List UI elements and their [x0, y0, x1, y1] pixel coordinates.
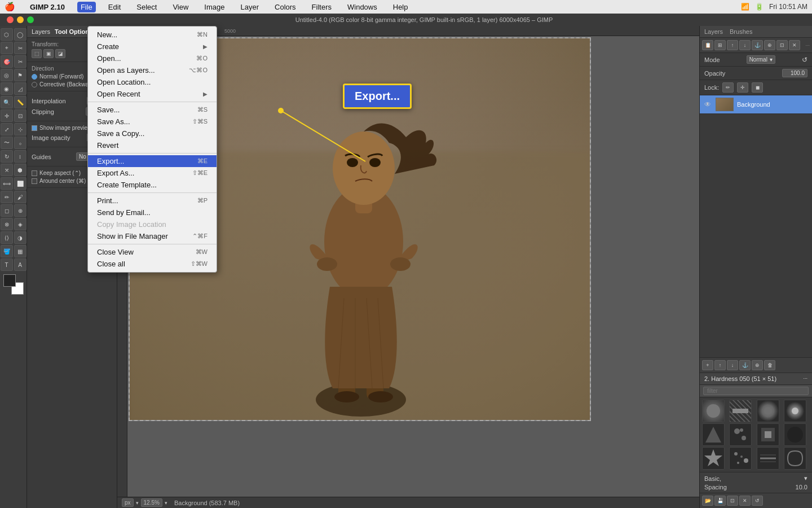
- tool-transform[interactable]: ⤢: [1, 123, 13, 135]
- tool-foreground-select[interactable]: ◎: [1, 69, 13, 81]
- tool-scale[interactable]: ↕: [14, 150, 27, 163]
- zoom-value[interactable]: 12.5%: [141, 498, 162, 507]
- menu-export-as[interactable]: Export As... ⇧⌘E: [88, 167, 217, 179]
- raise-layer-bottom-btn[interactable]: ↑: [714, 360, 726, 370]
- opacity-input[interactable]: 100.0: [782, 69, 807, 77]
- brush-cell-1[interactable]: [702, 400, 725, 422]
- apple-menu[interactable]: 🍎: [5, 2, 15, 12]
- lower-layer-btn[interactable]: ↓: [739, 40, 751, 50]
- lock-pixels-btn[interactable]: ✏: [722, 82, 734, 93]
- delete-layer-btn[interactable]: ✕: [789, 40, 800, 50]
- tool-options-tab[interactable]: Tool Options: [55, 28, 92, 35]
- foreground-color-swatch[interactable]: [3, 274, 16, 287]
- brush-cell-3[interactable]: [757, 400, 779, 422]
- tool-paint-select[interactable]: ◉: [1, 82, 13, 95]
- brushes-tab-header[interactable]: Brushes: [730, 28, 752, 35]
- unit-label[interactable]: px: [122, 498, 134, 507]
- menu-colors[interactable]: Colors: [271, 2, 299, 12]
- brush-cell-10[interactable]: [729, 447, 752, 470]
- menu-windows[interactable]: Windows: [344, 2, 381, 12]
- export-tooltip[interactable]: Export...: [343, 84, 412, 109]
- tool-scissors[interactable]: ✂: [14, 55, 27, 68]
- duplicate-layer-btn[interactable]: ⊡: [776, 40, 788, 50]
- tool-paths[interactable]: ⚑: [14, 69, 27, 81]
- tool-shear[interactable]: ⤧: [1, 164, 13, 176]
- tool-text[interactable]: T: [1, 259, 13, 271]
- tool-3d-transform[interactable]: ⬜: [14, 177, 27, 190]
- tool-align[interactable]: ⊡: [14, 110, 27, 122]
- close-button[interactable]: [7, 16, 14, 23]
- tool-bucket-fill[interactable]: 🪣: [1, 245, 13, 257]
- new-layer-bottom-btn[interactable]: +: [702, 360, 713, 370]
- brush-filter-input[interactable]: [703, 387, 809, 395]
- brushes-overflow-btn[interactable]: ···: [803, 375, 807, 382]
- tool-paintbrush[interactable]: 🖌: [14, 191, 27, 203]
- menu-select[interactable]: Select: [133, 2, 160, 12]
- tool-measure[interactable]: 📏: [14, 96, 27, 108]
- raise-layer-btn[interactable]: ↑: [727, 40, 738, 50]
- menu-create-template[interactable]: Create Template...: [88, 179, 217, 191]
- brush-cell-4[interactable]: [784, 400, 806, 422]
- menu-open-as-layers[interactable]: Open as Layers... ⌥⌘O: [88, 64, 217, 76]
- tool-pencil[interactable]: ✏: [1, 191, 13, 203]
- lower-layer-bottom-btn[interactable]: ↓: [727, 360, 738, 370]
- brush-cell-9[interactable]: [702, 447, 725, 470]
- minimize-button[interactable]: [17, 16, 24, 23]
- lock-alpha-btn[interactable]: ◼: [752, 82, 763, 93]
- menu-print[interactable]: Print... ⌘P: [88, 195, 217, 207]
- mode-refresh-icon[interactable]: ↺: [802, 56, 807, 64]
- tool-rect-select[interactable]: ⬡: [1, 28, 13, 41]
- brush-cell-7[interactable]: [757, 423, 779, 446]
- lock-position-btn[interactable]: ✛: [737, 82, 748, 93]
- layer-item[interactable]: 👁 Background: [700, 95, 812, 114]
- tool-cage[interactable]: ⊹: [14, 123, 27, 135]
- menu-create[interactable]: Create ▶: [88, 41, 217, 52]
- tool-flip[interactable]: ⟺: [1, 177, 13, 190]
- merge-bottom-btn[interactable]: ⊕: [752, 360, 763, 370]
- brush-open-btn[interactable]: 📂: [702, 496, 713, 506]
- maximize-button[interactable]: [27, 16, 34, 23]
- menu-open[interactable]: Open... ⌘O: [88, 52, 217, 64]
- new-from-visible-btn[interactable]: ⊞: [714, 40, 726, 50]
- tool-free-select[interactable]: ⌖: [1, 42, 13, 54]
- tool-warp[interactable]: 〜: [1, 137, 13, 149]
- menu-help[interactable]: Help: [390, 2, 412, 12]
- tool-crop[interactable]: ⬦: [14, 137, 27, 149]
- brush-cell-5[interactable]: [702, 423, 725, 446]
- merge-layers-btn[interactable]: ⊕: [764, 40, 775, 50]
- tool-perspective-clone[interactable]: ⊗: [1, 218, 13, 230]
- menu-show-in-file-manager[interactable]: Show in File Manager ⌃⌘F: [88, 230, 217, 242]
- mode-select[interactable]: Normal ▾: [747, 55, 775, 64]
- layers-tab[interactable]: Layers: [32, 28, 50, 35]
- tool-perspective[interactable]: ⬢: [14, 164, 27, 176]
- tool-smudge[interactable]: ⟨⟩: [1, 231, 13, 244]
- menu-save[interactable]: Save... ⌘S: [88, 104, 217, 116]
- tool-zoom[interactable]: 🔍: [1, 96, 13, 108]
- menu-new[interactable]: New... ⌘N: [88, 29, 217, 41]
- menu-close-all[interactable]: Close all ⇧⌘W: [88, 258, 217, 270]
- delete-layer-bottom-btn[interactable]: 🗑: [764, 360, 775, 370]
- tool-erase[interactable]: ◻: [1, 204, 13, 217]
- menu-save-as[interactable]: Save As... ⇧⌘S: [88, 116, 217, 128]
- brush-cell-8[interactable]: [784, 423, 806, 446]
- brush-refresh-btn[interactable]: ↺: [752, 496, 763, 506]
- tool-script[interactable]: A: [14, 259, 27, 271]
- tool-move[interactable]: ✛: [1, 110, 13, 122]
- menu-save-copy[interactable]: Save a Copy...: [88, 128, 217, 139]
- transform-handle-3[interactable]: ◪: [55, 49, 65, 58]
- tool-blend[interactable]: ▦: [14, 245, 27, 257]
- menu-revert[interactable]: Revert: [88, 139, 217, 151]
- tool-color-picker[interactable]: ◿: [14, 82, 27, 95]
- menu-close-view[interactable]: Close View ⌘W: [88, 246, 217, 258]
- brush-save-btn[interactable]: 💾: [714, 496, 726, 506]
- menu-open-recent[interactable]: Open Recent ▶: [88, 88, 217, 100]
- tool-ellipse-select[interactable]: ◯: [14, 28, 27, 41]
- layer-visibility-toggle[interactable]: 👁: [703, 100, 712, 109]
- menu-edit[interactable]: Edit: [105, 2, 124, 12]
- tool-dodge-burn[interactable]: ◑: [14, 231, 27, 244]
- menu-layer[interactable]: Layer: [237, 2, 263, 12]
- tool-fuzzy-select[interactable]: ✂: [14, 42, 27, 54]
- tool-select-by-color[interactable]: 🎯: [1, 55, 13, 68]
- menu-file[interactable]: File: [77, 2, 96, 12]
- menu-filters[interactable]: Filters: [308, 2, 335, 12]
